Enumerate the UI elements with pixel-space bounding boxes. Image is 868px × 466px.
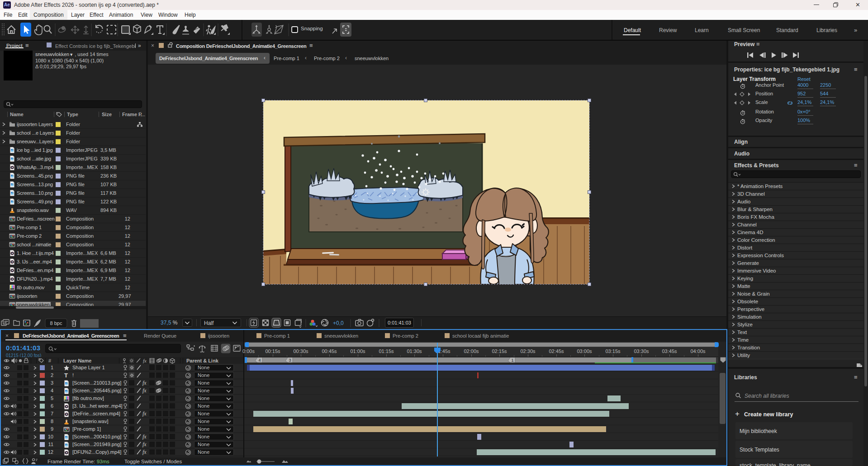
svg-text:Parent & Link: Parent & Link (186, 358, 219, 363)
svg-text:3: 3 (289, 358, 291, 362)
svg-text:+0,0: +0,0 (333, 320, 344, 326)
svg-text:8 bpc: 8 bpc (50, 320, 62, 326)
svg-text:Layer Name: Layer Name (63, 358, 91, 363)
svg-text:fx: fx (143, 358, 147, 363)
svg-text:4: 4 (258, 358, 261, 362)
svg-text:1: 1 (511, 358, 513, 362)
svg-text:#: # (48, 358, 52, 363)
